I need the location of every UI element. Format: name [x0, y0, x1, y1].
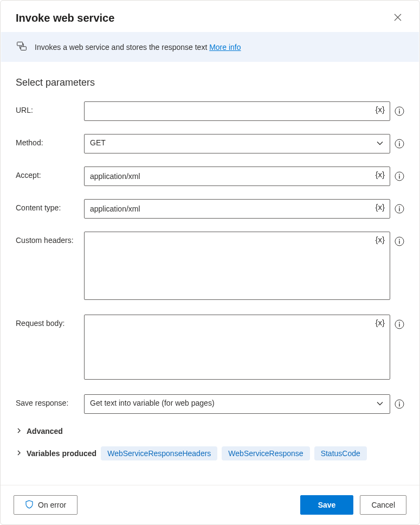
info-icon[interactable] [395, 106, 404, 116]
on-error-button[interactable]: On error [14, 495, 77, 515]
info-icon[interactable] [395, 399, 404, 409]
more-info-link[interactable]: More info [209, 43, 241, 52]
dialog-content: Select parameters URL: {x} Method: GET [1, 62, 419, 485]
field-custom-headers: Custom headers: {x} [16, 232, 404, 302]
info-icon[interactable] [395, 204, 404, 214]
info-text: Invokes a web service and stores the res… [35, 43, 207, 52]
custom-headers-label: Custom headers: [16, 232, 84, 245]
variable-picker-icon[interactable]: {x} [375, 235, 385, 244]
on-error-label: On error [38, 501, 66, 509]
svg-point-6 [399, 142, 400, 143]
invoke-web-service-dialog: Invoke web service Invokes a web service… [0, 0, 420, 525]
content-type-input[interactable] [84, 199, 390, 219]
dialog-title: Invoke web service [16, 12, 114, 24]
content-type-label: Content type: [16, 199, 84, 212]
info-icon[interactable] [395, 236, 404, 246]
dialog-header: Invoke web service [1, 1, 419, 32]
shield-icon [25, 500, 34, 510]
variable-picker-icon[interactable]: {x} [375, 318, 385, 327]
save-response-select[interactable]: Get text into variable (for web pages) [84, 394, 390, 414]
advanced-label: Advanced [27, 427, 63, 436]
save-button[interactable]: Save [300, 495, 354, 515]
dialog-footer: On error Save Cancel [1, 485, 419, 524]
accept-label: Accept: [16, 167, 84, 180]
field-content-type: Content type: {x} [16, 199, 404, 219]
cancel-button[interactable]: Cancel [360, 495, 406, 515]
variable-chip[interactable]: StatusCode [314, 446, 367, 460]
web-service-icon [16, 41, 27, 53]
save-response-label: Save response: [16, 394, 84, 407]
svg-point-3 [399, 109, 400, 110]
svg-point-21 [399, 402, 400, 403]
request-body-label: Request body: [16, 315, 84, 328]
svg-rect-22 [399, 404, 399, 407]
field-method: Method: GET [16, 134, 404, 153]
section-title: Select parameters [16, 77, 404, 88]
variables-produced-label: Variables produced [27, 449, 96, 458]
close-button[interactable] [391, 11, 404, 24]
svg-rect-1 [21, 47, 26, 50]
info-icon[interactable] [395, 139, 404, 149]
chevron-right-icon [16, 427, 22, 436]
method-label: Method: [16, 134, 84, 147]
custom-headers-input[interactable] [84, 232, 390, 300]
svg-point-18 [399, 322, 400, 323]
accept-input[interactable] [84, 167, 390, 186]
variable-chip[interactable]: WebServiceResponse [222, 446, 309, 460]
url-label: URL: [16, 101, 84, 114]
svg-point-15 [399, 239, 400, 240]
field-url: URL: {x} [16, 101, 404, 121]
request-body-input[interactable] [84, 315, 390, 380]
field-save-response: Save response: Get text into variable (f… [16, 394, 404, 414]
advanced-expander[interactable]: Advanced [16, 427, 404, 436]
variable-picker-icon[interactable]: {x} [375, 202, 385, 212]
chevron-right-icon[interactable] [16, 449, 22, 458]
svg-rect-10 [399, 176, 399, 179]
svg-rect-4 [399, 111, 399, 114]
svg-point-12 [399, 207, 400, 208]
svg-point-9 [399, 174, 400, 175]
method-select[interactable]: GET [84, 134, 390, 153]
svg-rect-0 [17, 42, 23, 46]
info-bar: Invokes a web service and stores the res… [1, 32, 419, 62]
variables-produced-row: Variables produced WebServiceResponseHea… [16, 446, 404, 460]
info-icon[interactable] [395, 171, 404, 181]
variable-picker-icon[interactable]: {x} [375, 105, 385, 114]
svg-rect-13 [399, 208, 399, 212]
field-request-body: Request body: {x} [16, 315, 404, 381]
svg-rect-7 [399, 143, 399, 146]
svg-rect-16 [399, 241, 399, 244]
info-icon[interactable] [395, 319, 404, 329]
close-icon [393, 13, 402, 23]
variable-chip[interactable]: WebServiceResponseHeaders [101, 446, 217, 460]
info-description: Invokes a web service and stores the res… [35, 43, 241, 52]
url-input[interactable] [84, 101, 390, 121]
variable-picker-icon[interactable]: {x} [375, 170, 385, 179]
svg-rect-19 [399, 324, 399, 327]
field-accept: Accept: {x} [16, 167, 404, 186]
